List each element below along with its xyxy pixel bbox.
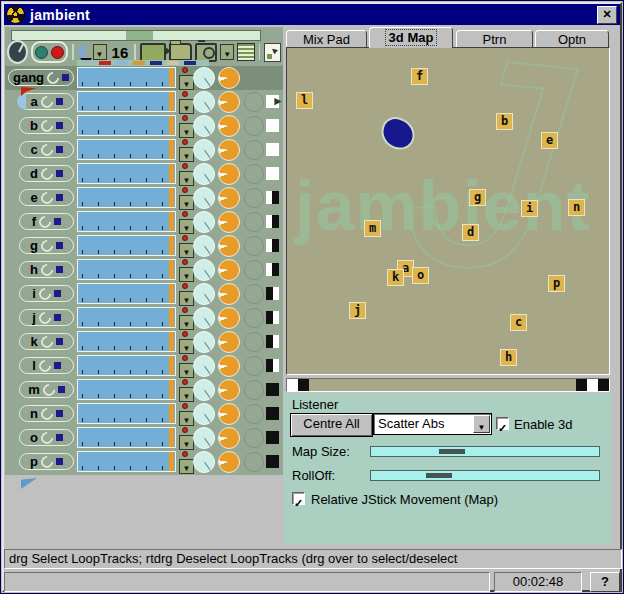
slider-thumb[interactable] xyxy=(169,140,174,159)
track-dropdown[interactable] xyxy=(179,267,194,282)
track-dropdown[interactable] xyxy=(179,123,194,138)
mute-ring[interactable] xyxy=(244,404,264,424)
track-pill[interactable]: k xyxy=(19,333,74,350)
track-dropdown[interactable] xyxy=(179,363,194,378)
rolloff-slider[interactable] xyxy=(370,470,600,481)
pan-knob[interactable] xyxy=(193,91,215,113)
map-tile-d[interactable]: d xyxy=(462,224,479,241)
slider-thumb[interactable] xyxy=(169,404,174,423)
stop-button[interactable] xyxy=(54,218,61,225)
track-slider[interactable] xyxy=(77,331,176,352)
strip-handle-white[interactable] xyxy=(587,379,598,391)
mute-ring[interactable] xyxy=(244,236,264,256)
stop-button[interactable] xyxy=(56,434,63,441)
record-led-icon[interactable] xyxy=(51,46,64,59)
slider-thumb[interactable] xyxy=(169,116,174,135)
track-slider[interactable] xyxy=(77,211,176,232)
pan-knob[interactable] xyxy=(193,235,215,257)
volume-knob[interactable] xyxy=(218,403,240,425)
pan-knob[interactable] xyxy=(193,451,215,473)
map-tile-k[interactable]: k xyxy=(387,269,404,286)
mute-ring[interactable] xyxy=(244,356,264,376)
camera-dropdown[interactable] xyxy=(220,44,234,60)
loop-icon[interactable] xyxy=(38,93,55,110)
state-square[interactable] xyxy=(266,335,279,348)
track-slider[interactable] xyxy=(77,91,176,112)
track-slider[interactable] xyxy=(77,259,176,280)
state-square[interactable] xyxy=(266,239,279,252)
loop-icon[interactable] xyxy=(38,189,55,206)
track-pill[interactable]: h xyxy=(19,261,74,278)
slider-thumb[interactable] xyxy=(169,260,174,279)
track-slider[interactable] xyxy=(77,427,176,448)
state-square[interactable] xyxy=(266,407,279,420)
slider-thumb[interactable] xyxy=(169,212,174,231)
pan-knob[interactable] xyxy=(193,283,215,305)
rolloff-handle[interactable] xyxy=(426,473,452,478)
master-knob-icon[interactable] xyxy=(7,40,28,64)
pan-knob[interactable] xyxy=(193,379,215,401)
volume-knob[interactable] xyxy=(218,187,240,209)
pan-knob[interactable] xyxy=(193,211,215,233)
stop-button[interactable] xyxy=(56,98,63,105)
track-slider[interactable] xyxy=(77,403,176,424)
tab-mix-pad[interactable]: Mix Pad xyxy=(286,30,367,48)
track-pill[interactable]: f xyxy=(19,213,74,230)
open-folder-icon[interactable] xyxy=(169,43,192,61)
state-square[interactable] xyxy=(266,311,279,324)
track-pill[interactable]: gang xyxy=(8,69,74,86)
tab-ptrn[interactable]: Ptrn xyxy=(456,30,533,48)
pan-knob[interactable] xyxy=(193,355,215,377)
slider-thumb[interactable] xyxy=(169,68,174,87)
map-tile-e[interactable]: e xyxy=(541,132,558,149)
stop-button[interactable] xyxy=(56,266,63,273)
slider-thumb[interactable] xyxy=(169,284,174,303)
track-dropdown[interactable] xyxy=(179,243,194,258)
map-tile-l[interactable]: l xyxy=(296,92,313,109)
state-square[interactable] xyxy=(266,263,279,276)
combo-dropdown-icon[interactable] xyxy=(473,415,490,433)
jump-icon[interactable] xyxy=(264,43,281,62)
tab-3d-map[interactable]: 3d Map xyxy=(369,27,453,48)
list-icon[interactable] xyxy=(237,43,254,61)
stop-button[interactable] xyxy=(56,458,63,465)
map-tile-i[interactable]: i xyxy=(521,200,538,217)
mute-ring[interactable] xyxy=(244,116,264,136)
mute-ring[interactable] xyxy=(244,308,264,328)
track-slider[interactable] xyxy=(77,307,176,328)
mute-ring[interactable] xyxy=(244,380,264,400)
map-tile-j[interactable]: j xyxy=(349,302,366,319)
loop-icon[interactable] xyxy=(38,333,55,350)
track-slider[interactable] xyxy=(77,235,176,256)
map-size-handle[interactable] xyxy=(439,449,465,454)
track-pill[interactable]: m xyxy=(19,381,74,398)
stop-button[interactable] xyxy=(56,410,63,417)
track-pill[interactable]: d xyxy=(19,165,74,182)
volume-knob[interactable] xyxy=(218,427,240,449)
state-square[interactable] xyxy=(266,383,279,396)
track-pill[interactable]: c xyxy=(19,141,74,158)
map-scroll-strip[interactable] xyxy=(286,378,610,392)
track-slider[interactable] xyxy=(77,67,176,88)
mute-ring[interactable] xyxy=(244,452,264,472)
centre-all-button[interactable]: Centre All xyxy=(290,413,373,437)
loop-icon[interactable] xyxy=(38,237,55,254)
map-size-slider[interactable] xyxy=(370,446,600,457)
volume-knob[interactable] xyxy=(218,139,240,161)
state-square[interactable] xyxy=(266,431,279,444)
slider-thumb[interactable] xyxy=(169,236,174,255)
relative-jstick-checkbox[interactable]: ✓ xyxy=(292,492,305,505)
volume-knob[interactable] xyxy=(218,331,240,353)
track-dropdown[interactable] xyxy=(179,195,194,210)
volume-knob[interactable] xyxy=(218,283,240,305)
track-dropdown[interactable] xyxy=(179,435,194,450)
loop-icon[interactable] xyxy=(38,141,55,158)
track-slider[interactable] xyxy=(77,355,176,376)
stop-button[interactable] xyxy=(54,314,61,321)
track-pill[interactable]: i xyxy=(19,285,74,302)
slider-thumb[interactable] xyxy=(169,380,174,399)
track-dropdown[interactable] xyxy=(179,171,194,186)
stop-button[interactable] xyxy=(58,386,65,393)
volume-knob[interactable] xyxy=(218,115,240,137)
track-dropdown[interactable] xyxy=(179,459,194,474)
